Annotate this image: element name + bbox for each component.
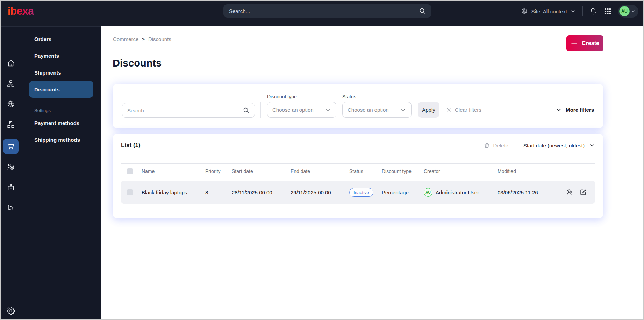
delete-button-label: Delete [493, 142, 508, 148]
list-header-actions: Delete Start date (newest, oldest) [484, 138, 595, 153]
site-context-label: Site: All context [531, 8, 567, 14]
column-header-modified: Modified [495, 168, 557, 174]
settings-gear-icon[interactable] [6, 306, 15, 315]
list-title: List (1) [121, 142, 141, 149]
status-badge: Inactive [349, 188, 373, 197]
filter-divider [540, 100, 540, 118]
discount-priority: 8 [202, 189, 229, 195]
filter-search-input[interactable] [127, 107, 243, 113]
creator-name: Administrator User [436, 189, 479, 195]
content-structure-icon[interactable] [6, 79, 15, 88]
chevron-down-icon [400, 107, 406, 113]
deactivate-discount-icon[interactable] [566, 189, 573, 196]
column-header-start-date: Start date [229, 168, 288, 174]
status-select[interactable]: Choose an option [342, 102, 412, 118]
creator-avatar: AU [424, 188, 432, 197]
chevron-down-icon [556, 107, 562, 113]
more-filters-label: More filters [566, 107, 594, 113]
status-value: Choose an option [348, 107, 389, 113]
list-header-divider [516, 138, 516, 153]
product-catalog-icon[interactable] [6, 120, 15, 129]
discount-end-date: 29/11/2025 00:00 [288, 189, 346, 195]
ibexa-logo[interactable]: ibexa [8, 5, 34, 18]
table-header-row: Name Priority Start date End date Status… [121, 163, 595, 179]
column-header-name: Name [139, 168, 202, 174]
discount-modified: 03/06/2025 11:26 [495, 189, 557, 195]
customers-target-icon[interactable] [6, 162, 15, 171]
topbar-right: Site: All context AU [521, 1, 638, 22]
row-checkbox[interactable] [127, 189, 133, 195]
icon-rail [1, 26, 21, 319]
rail-divider [1, 300, 21, 300]
status-label: Status [342, 94, 412, 99]
discount-list-panel: List (1) Delete Start date (newest, olde… [113, 134, 603, 218]
menu-item-shipping-methods[interactable]: Shipping methods [29, 131, 93, 148]
filter-divider [260, 102, 261, 118]
discount-name-link[interactable]: Black friday laptops [142, 189, 187, 195]
menu-item-discounts[interactable]: Discounts [29, 81, 93, 98]
column-header-priority: Priority [202, 168, 229, 174]
discounts-table: Name Priority Start date End date Status… [121, 163, 595, 204]
site-context-switcher[interactable]: Site: All context [521, 8, 576, 15]
discount-type-value: Choose an option [272, 107, 314, 113]
create-button-label: Create [582, 40, 599, 47]
more-filters-toggle[interactable]: More filters [556, 102, 594, 118]
search-icon[interactable] [243, 107, 250, 114]
clear-filters-button[interactable]: Clear filters [446, 102, 481, 118]
plus-icon [571, 40, 578, 47]
user-menu[interactable]: AU [618, 5, 638, 18]
breadcrumb-commerce[interactable]: Commerce [113, 36, 138, 42]
discount-type-select[interactable]: Choose an option [267, 102, 336, 118]
user-avatar: AU [619, 6, 630, 16]
site-globe-icon[interactable] [6, 99, 15, 109]
status-filter: Status Choose an option [342, 94, 412, 118]
sort-select[interactable]: Start date (newest, oldest) [523, 142, 595, 148]
delete-button[interactable]: Delete [484, 142, 508, 149]
chevron-down-icon [325, 107, 331, 113]
discount-type-filter: Discount type Choose an option [267, 94, 336, 118]
sort-select-value: Start date (newest, oldest) [523, 142, 585, 148]
close-icon [446, 107, 452, 113]
discount-start-date: 28/11/2025 00:00 [229, 189, 288, 195]
menu-item-shipments[interactable]: Shipments [29, 64, 93, 81]
menu-item-payment-methods[interactable]: Payment methods [29, 114, 93, 131]
apply-button[interactable]: Apply [418, 102, 439, 118]
select-all-checkbox[interactable] [127, 168, 133, 174]
discount-type-label: Discount type [267, 94, 336, 99]
main-content: Commerce > Discounts Create Discounts Di… [101, 26, 643, 319]
filter-search[interactable] [122, 103, 255, 118]
global-search[interactable] [223, 4, 431, 18]
marketing-megaphone-icon[interactable] [6, 203, 15, 213]
page-title: Discounts [113, 57, 162, 69]
global-search-input[interactable] [229, 8, 419, 14]
edit-discount-icon[interactable] [580, 189, 587, 196]
top-bar: ibexa Site: All context A [1, 1, 643, 26]
table-row: Black friday laptops 8 28/11/2025 00:00 … [121, 181, 595, 204]
apps-grid-icon[interactable] [604, 8, 611, 15]
column-header-end-date: End date [288, 168, 346, 174]
menu-item-payments[interactable]: Payments [29, 47, 93, 64]
column-header-status: Status [346, 168, 379, 174]
notifications-bell-icon[interactable] [589, 8, 597, 15]
search-icon[interactable] [419, 7, 426, 14]
discount-type: Percentage [379, 189, 421, 195]
breadcrumb-separator: > [142, 36, 145, 42]
chevron-down-icon [589, 142, 595, 148]
menu-item-orders[interactable]: Orders [29, 30, 93, 47]
globe-icon [521, 8, 528, 15]
commerce-cart-icon[interactable] [3, 139, 19, 154]
filter-panel: Discount type Choose an option Status Ch… [113, 84, 603, 128]
members-badge-icon[interactable] [6, 183, 15, 192]
chevron-down-icon [631, 9, 636, 14]
list-header: List (1) Delete Start date (newest, olde… [121, 141, 595, 150]
topbar-divider [582, 6, 583, 16]
breadcrumb-discounts[interactable]: Discounts [148, 36, 171, 42]
trash-icon [484, 142, 490, 149]
column-header-creator: Creator [421, 168, 495, 174]
create-button[interactable]: Create [566, 35, 603, 51]
chevron-down-icon [570, 8, 576, 14]
clear-filters-label: Clear filters [455, 107, 481, 113]
column-header-discount-type: Discount type [379, 168, 421, 174]
app-window: ibexa Site: All context A [0, 0, 644, 320]
home-icon[interactable] [6, 58, 15, 68]
